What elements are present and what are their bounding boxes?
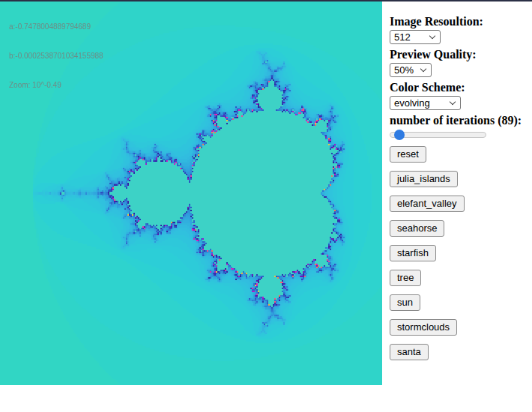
button-reset[interactable]: reset: [390, 146, 426, 163]
resolution-select[interactable]: 512: [390, 30, 441, 44]
chevron-down-icon: [420, 66, 426, 72]
preset-buttons: resetjulia_islandselefant_valleyseahorse…: [390, 146, 529, 360]
button-sun[interactable]: sun: [390, 294, 420, 311]
fractal-viewport[interactable]: a:-0.7478004889794689 b:-0.0002538701034…: [0, 1, 382, 385]
hud-b-value: b:-0.0002538701034155988: [9, 51, 103, 61]
button-elefant_valley[interactable]: elefant_valley: [390, 196, 465, 212]
iterations-label: number of iterations (89):: [390, 115, 529, 127]
button-tree[interactable]: tree: [390, 270, 421, 286]
quality-selected-value: 50%: [394, 64, 414, 76]
button-starfish[interactable]: starfish: [390, 245, 436, 261]
controls-panel: Image Resoultion: 512 Preview Quality: 5…: [390, 1, 529, 369]
color-scheme-selected-value: evolving: [394, 97, 430, 109]
color-scheme-label: Color Scheme:: [390, 82, 529, 94]
button-santa[interactable]: santa: [390, 344, 429, 360]
coordinates-hud: a:-0.7478004889794689 b:-0.0002538701034…: [9, 2, 103, 109]
chevron-down-icon: [429, 33, 435, 39]
quality-select[interactable]: 50%: [390, 63, 432, 77]
iterations-slider[interactable]: [390, 130, 486, 140]
quality-label: Preview Quality:: [390, 49, 529, 61]
hud-a-value: a:-0.7478004889794689: [9, 22, 103, 31]
resolution-label: Image Resoultion:: [390, 16, 529, 28]
button-julia_islands[interactable]: julia_islands: [390, 171, 458, 187]
button-stormclouds[interactable]: stormclouds: [390, 319, 457, 336]
color-scheme-select[interactable]: evolving: [390, 96, 461, 110]
button-seahorse[interactable]: seahorse: [390, 220, 444, 237]
hud-zoom-value: Zoom: 10^-0.49: [9, 80, 103, 90]
resolution-selected-value: 512: [394, 31, 411, 43]
chevron-down-icon: [450, 99, 456, 105]
